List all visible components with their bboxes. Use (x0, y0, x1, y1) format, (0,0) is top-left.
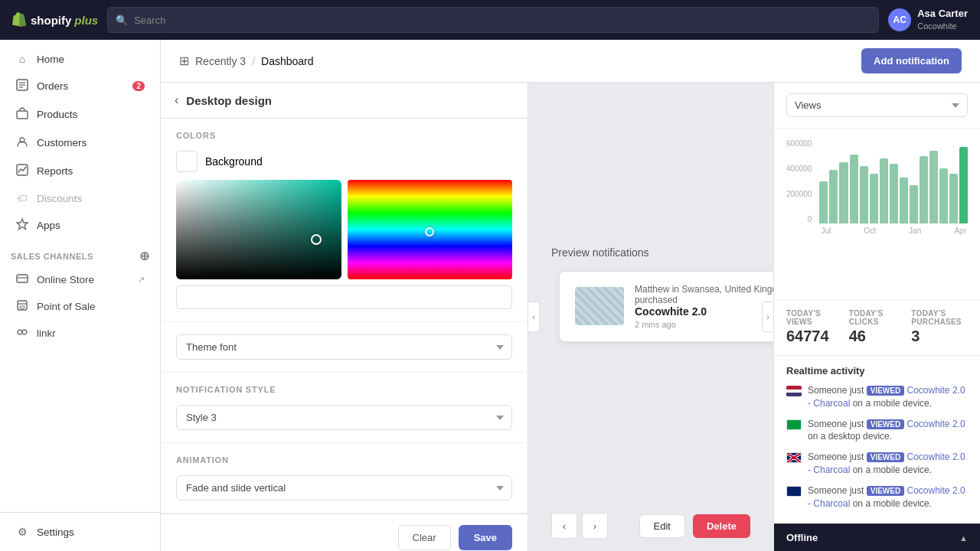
topbar: shopify plus 🔍 AC Asa Carter Cocowhite (0, 0, 980, 40)
search-icon: 🔍 (116, 15, 128, 26)
delete-button[interactable]: Delete (693, 514, 750, 538)
sidebar-item-orders[interactable]: Orders 2 (5, 73, 155, 99)
settings-item[interactable]: ⚙ Settings (0, 512, 160, 551)
hex-input[interactable]: #ffffff (176, 285, 512, 309)
breadcrumb-separator: / (252, 55, 255, 67)
rt-product-2[interactable]: Cocowhite 2.0 (907, 419, 965, 429)
chart-bar-4[interactable] (860, 166, 868, 223)
add-channel-icon[interactable]: ⊕ (139, 249, 150, 263)
pos-icon (15, 299, 29, 314)
rt-item-2: Someone just VIEWED Cocowhite 2.0 on a d… (786, 418, 968, 444)
views-select[interactable]: Views Clicks Purchases (786, 93, 968, 117)
nav-arrows: ‹ › (551, 513, 608, 539)
chart-bar-1[interactable] (829, 170, 838, 223)
hue-cursor (425, 227, 434, 236)
chart-bar-13[interactable] (949, 174, 958, 223)
sidebar-item-customers[interactable]: Customers (5, 129, 155, 156)
chart-bar-8[interactable] (900, 178, 908, 223)
animation-select[interactable]: Fade and slide vertical Fade Slide horiz… (176, 475, 512, 500)
rt-item-1: Someone just VIEWED Cocowhite 2.0 - Char… (786, 384, 968, 410)
svg-rect-4 (17, 111, 28, 119)
user-area[interactable]: AC Asa Carter Cocowhite (888, 8, 968, 31)
online-store-icon (15, 272, 29, 287)
sidebar-item-reports[interactable]: Reports (5, 158, 155, 184)
edit-button[interactable]: Edit (639, 514, 685, 538)
logo: shopify plus (12, 12, 98, 28)
offline-bar[interactable]: Offline ▲ (774, 523, 980, 551)
gradient-picker[interactable] (176, 180, 341, 279)
preview-panel: Preview notifications Matthew in Swansea… (528, 83, 773, 551)
user-info: Asa Carter Cocowhite (917, 8, 968, 31)
chart-bar-2[interactable] (839, 162, 848, 223)
chart-bar-12[interactable] (939, 168, 948, 223)
external-link-icon: ↗ (138, 275, 145, 285)
font-select[interactable]: Theme font Sans-serif Serif (176, 334, 512, 360)
back-button[interactable]: ‹ (175, 93, 178, 107)
reports-label: Reports (37, 165, 73, 177)
panel-header: ‹ Desktop design (161, 83, 528, 119)
action-buttons: Edit Delete (639, 514, 750, 538)
sidebar-item-home[interactable]: ⌂ Home (5, 47, 155, 71)
chart-bar-11[interactable] (929, 151, 938, 223)
collapse-left-button[interactable]: ‹ (528, 302, 540, 332)
sidebar-item-linkr[interactable]: linkr (5, 321, 155, 346)
products-label: Products (37, 109, 77, 120)
viewed-badge-4: VIEWED (867, 486, 904, 496)
chart-bar-5[interactable] (870, 174, 878, 223)
settings-icon: ⚙ (15, 526, 29, 538)
breadcrumb-icon: ⊞ (179, 54, 189, 68)
collapse-right-button[interactable]: › (762, 302, 773, 332)
customers-label: Customers (37, 137, 87, 148)
pos-label: Point of Sale (37, 301, 96, 312)
flag-br-1 (786, 419, 802, 430)
color-picker-box[interactable]: #ffffff (176, 180, 512, 309)
sidebar-item-apps[interactable]: Apps (5, 212, 155, 239)
todays-clicks-stat: TODAY'S CLICKS 46 (849, 309, 906, 346)
chart-bar-0[interactable] (819, 181, 828, 223)
font-section: Theme font Sans-serif Serif (161, 322, 528, 373)
user-store: Cocowhite (917, 21, 968, 31)
chart-bar-6[interactable] (880, 158, 888, 223)
breadcrumb-current: Dashboard (261, 55, 314, 67)
animation-title: ANIMATION (176, 455, 512, 465)
chart-area: 600000 400000 200000 0 Jul Oct Jan (774, 129, 980, 299)
discounts-icon: 🏷 (15, 192, 29, 204)
search-bar[interactable]: 🔍 (107, 7, 879, 33)
save-button[interactable]: Save (459, 525, 512, 550)
purchases-value: 3 (911, 326, 968, 346)
reports-icon (15, 164, 29, 178)
preview-footer: ‹ › Edit Delete (528, 505, 773, 551)
background-label: Background (205, 155, 263, 168)
clear-button[interactable]: Clear (398, 525, 451, 550)
todays-views-stat: TODAY'S VIEWS 64774 (786, 309, 843, 346)
avatar: AC (888, 8, 911, 31)
chart-bar-7[interactable] (890, 164, 898, 223)
products-icon (15, 107, 29, 122)
chart-bar-3[interactable] (850, 155, 858, 223)
sidebar-item-products[interactable]: Products (5, 101, 155, 128)
breadcrumb-link[interactable]: Recently 3 (195, 55, 246, 67)
notification-style-select[interactable]: Style 1 Style 2 Style 3 Style 4 (176, 405, 512, 430)
next-arrow-button[interactable]: › (582, 513, 608, 539)
background-swatch[interactable] (176, 151, 198, 172)
hue-bar[interactable] (348, 180, 513, 279)
sidebar-item-settings[interactable]: ⚙ Settings (5, 520, 155, 544)
home-icon: ⌂ (15, 53, 29, 65)
viewed-badge-1: VIEWED (867, 386, 904, 396)
product-image (575, 287, 624, 325)
prev-arrow-button[interactable]: ‹ (551, 513, 577, 539)
sidebar-item-point-of-sale[interactable]: Point of Sale (5, 294, 155, 319)
orders-icon (15, 79, 29, 93)
chart-bar-9[interactable] (910, 185, 918, 223)
viewed-badge-2: VIEWED (867, 419, 904, 429)
apps-label: Apps (37, 220, 60, 231)
add-notification-button[interactable]: Add notification (861, 48, 962, 73)
sidebar-item-discounts: 🏷 Discounts (5, 186, 155, 210)
sidebar-item-online-store[interactable]: Online Store ↗ (5, 267, 155, 292)
body-area: ‹ Desktop design COLORS Background (161, 83, 980, 551)
views-label: TODAY'S VIEWS (786, 309, 843, 326)
chart-bar-14[interactable] (959, 147, 968, 223)
search-input[interactable] (134, 15, 871, 26)
chart-bar-10[interactable] (920, 156, 928, 223)
preview-inner: Preview notifications Matthew in Swansea… (528, 83, 773, 505)
